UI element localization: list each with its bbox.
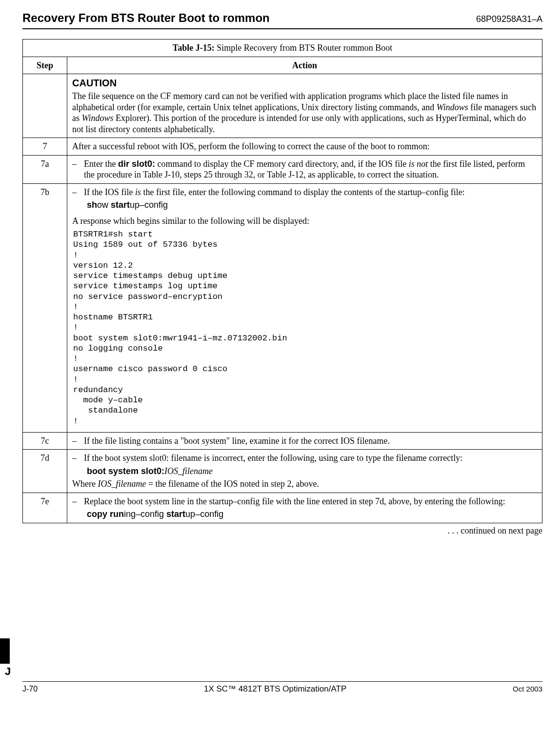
step-7c-num: 7c: [23, 432, 67, 450]
step-7d-action: – If the boot system slot0: filename is …: [67, 450, 542, 493]
step-7d-num: 7d: [23, 450, 67, 493]
header-doc-id: 68P09258A31–A: [476, 14, 542, 25]
footer-date: Oct 2003: [513, 685, 542, 694]
caution-heading: CAUTION: [72, 77, 537, 89]
step-7b-follow: A response which begins similar to the f…: [72, 216, 537, 227]
step-7e-row: 7e – Replace the boot system line in the…: [23, 493, 542, 523]
col-action: Action: [67, 57, 542, 74]
footer-rule: [22, 681, 542, 682]
step-7a-num: 7a: [23, 155, 67, 183]
page-header: Recovery From BTS Router Boot to rommon …: [22, 11, 542, 25]
step-7-row: 7 After a successful reboot with IOS, pe…: [23, 138, 542, 156]
table-caption-label: Table J-15:: [173, 43, 215, 53]
header-title: Recovery From BTS Router Boot to rommon: [22, 11, 270, 25]
table-header-row: Step Action: [23, 57, 542, 74]
col-step: Step: [23, 57, 67, 74]
dash-icon: –: [72, 158, 84, 180]
step-7e-action: – Replace the boot system line in the st…: [67, 493, 542, 523]
step-7b-num: 7b: [23, 183, 67, 432]
dash-icon: –: [72, 435, 84, 447]
step-7b-row: 7b – If the IOS file is the first file, …: [23, 183, 542, 432]
step-7c-row: 7c – If the file listing contains a "boo…: [23, 432, 542, 450]
footer-page: J-70: [22, 684, 38, 694]
dash-icon: –: [72, 187, 84, 211]
step-7d-row: 7d – If the boot system slot0: filename …: [23, 450, 542, 493]
page-footer: J J-70 1X SC™ 4812T BTS Optimization/ATP…: [22, 638, 542, 694]
section-tab-block: [0, 638, 10, 664]
caution-row: CAUTION The file sequence on the CF memo…: [23, 74, 542, 138]
step-7-action: After a successful reboot with IOS, perf…: [67, 138, 542, 156]
step-7a-row: 7a – Enter the dir slot0: command to dis…: [23, 155, 542, 183]
step-7-num: 7: [23, 138, 67, 156]
continued-note: . . . continued on next page: [22, 525, 542, 536]
table-caption-text: Simple Recovery from BTS Router rommon B…: [215, 43, 392, 53]
section-tab-letter: J: [3, 665, 13, 678]
step-7b-action: – If the IOS file is the first file, ent…: [67, 183, 542, 432]
table-caption-row: Table J-15: Simple Recovery from BTS Rou…: [23, 40, 542, 57]
dash-icon: –: [72, 453, 84, 476]
step-7c-action: – If the file listing contains a "boot s…: [67, 432, 542, 450]
step-7e-num: 7e: [23, 493, 67, 523]
step-7d-where: Where IOS_filename = the filename of the…: [72, 478, 537, 490]
header-rule: [22, 28, 542, 29]
procedure-table: Table J-15: Simple Recovery from BTS Rou…: [22, 39, 542, 523]
caution-body: The file sequence on the CF memory card …: [72, 91, 537, 135]
step-7a-action: – Enter the dir slot0: command to displa…: [67, 155, 542, 183]
terminal-output: BTSRTR1#sh start Using 1589 out of 57336…: [73, 229, 537, 426]
dash-icon: –: [72, 496, 84, 520]
footer-center: 1X SC™ 4812T BTS Optimization/ATP: [204, 684, 346, 694]
